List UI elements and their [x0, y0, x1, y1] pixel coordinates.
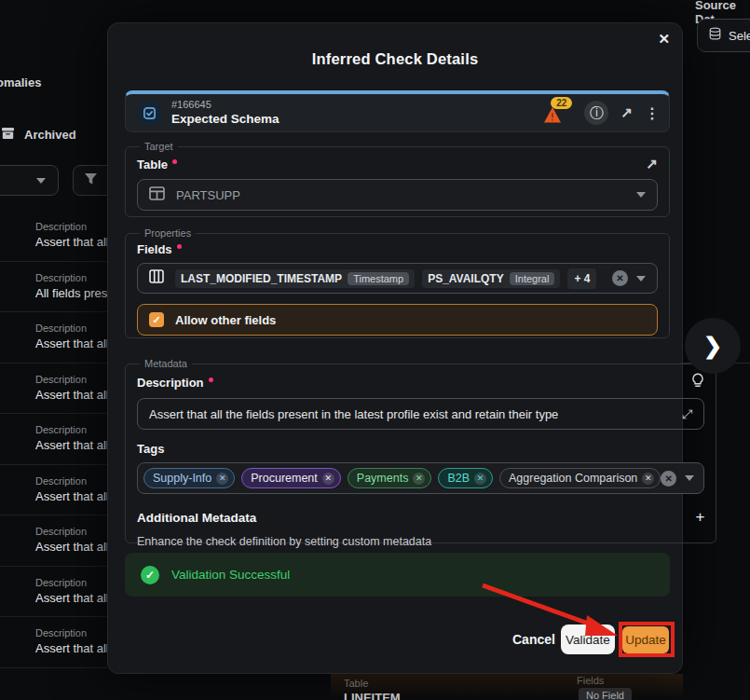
target-legend: Target: [140, 141, 178, 152]
columns-icon: [149, 269, 164, 287]
open-table-icon[interactable]: ↗: [646, 156, 658, 172]
check-name: Expected Schema: [171, 112, 280, 127]
properties-section: Properties Fields LAST_MODIFIED_TIMESTAM…: [125, 227, 670, 338]
required-dot: [172, 159, 177, 164]
add-metadata-icon[interactable]: +: [695, 508, 704, 527]
tag-chip[interactable]: Payments ✕: [348, 468, 432, 488]
tab-archived[interactable]: Archived: [2, 126, 76, 143]
chevron-down-icon: [36, 178, 46, 184]
tag-remove-icon[interactable]: ✕: [216, 473, 228, 485]
chevron-down-icon: [636, 192, 646, 198]
target-section: Target Table ↗ PARTSUPP: [125, 141, 670, 217]
source-select-button[interactable]: Sele: [697, 19, 750, 52]
modal-title: Inferred Check Details: [108, 50, 682, 68]
list-item[interactable]: Description Assert that all t: [0, 364, 107, 415]
check-type-icon: [137, 101, 162, 126]
tag-remove-icon[interactable]: ✕: [474, 473, 486, 485]
warning-triangle-icon: [543, 106, 562, 128]
table-select[interactable]: PARTSUPP: [137, 179, 658, 211]
alert-count-badge: 22: [551, 97, 572, 109]
table-label: Table: [137, 158, 168, 172]
description-input[interactable]: Assert that all the fields present in th…: [137, 398, 704, 430]
info-icon[interactable]: ⓘ: [584, 101, 608, 125]
list-item[interactable]: Description All fields presen: [0, 262, 107, 313]
source-select-label: Sele: [729, 29, 750, 43]
clear-icon[interactable]: ✕: [612, 270, 628, 286]
sort-dropdown[interactable]: [0, 165, 59, 196]
table-select-value: PARTSUPP: [176, 188, 240, 202]
lightbulb-icon[interactable]: [691, 373, 704, 391]
required-dot: [177, 244, 182, 249]
list-item[interactable]: Description test: [0, 668, 107, 675]
allow-other-fields-checkbox[interactable]: ✓: [149, 312, 164, 327]
allow-other-fields-panel: ✓ Allow other fields: [137, 304, 658, 336]
tag-chip[interactable]: Procurement ✕: [241, 468, 341, 488]
field-type-badge: Timestamp: [348, 272, 409, 285]
description-label: Description: [137, 376, 204, 390]
list-item[interactable]: Description Assert that all t: [0, 567, 107, 618]
more-fields-chip[interactable]: + 4: [567, 268, 596, 289]
open-in-new-icon[interactable]: ↗: [620, 104, 633, 121]
validation-banner: ✓ Validation Successful: [125, 553, 670, 597]
check-summary-card[interactable]: #166645 Expected Schema 22 ⓘ ↗ ⋮: [125, 90, 670, 132]
field-type-badge: Integral: [510, 272, 555, 285]
update-button[interactable]: Update: [622, 626, 669, 653]
list-item[interactable]: Description Assert that all t: [0, 211, 107, 262]
nav-heading: omalies: [0, 75, 41, 89]
check-id: #166645: [171, 99, 280, 111]
required-dot: [209, 377, 213, 382]
app-screen: Source Dat Sele omalies Archived: [0, 0, 750, 700]
kebab-menu-icon[interactable]: ⋮: [645, 104, 660, 122]
tag-chip[interactable]: Aggregation Comparison ✕: [499, 468, 661, 488]
tag-remove-icon[interactable]: ✕: [642, 473, 654, 485]
fields-label: Fields: [137, 242, 172, 256]
next-panel-button[interactable]: ❯: [685, 318, 741, 374]
chevron-down-icon: [636, 276, 646, 281]
cancel-button[interactable]: Cancel: [512, 632, 555, 647]
tag-remove-icon[interactable]: ✕: [322, 473, 334, 485]
chevron-down-icon: [685, 475, 694, 481]
tags-label: Tags: [137, 442, 704, 456]
allow-other-fields-label: Allow other fields: [175, 313, 276, 327]
chevron-right-icon: ❯: [703, 333, 722, 359]
validate-button[interactable]: Validate: [561, 625, 615, 654]
database-icon: [708, 27, 722, 44]
field-chip[interactable]: LAST_MODIFIED_TIMESTAMP Timestamp: [175, 269, 415, 288]
list-item[interactable]: Description Assert that all t: [0, 414, 107, 465]
clear-icon[interactable]: ✕: [661, 471, 676, 487]
inferred-check-details-modal: ✕ Inferred Check Details #166645 Expecte…: [107, 22, 683, 674]
tags-select[interactable]: Supply-Info ✕ Procurement ✕ Payments ✕ B…: [137, 462, 704, 494]
tab-archived-label: Archived: [24, 128, 76, 142]
validation-message: Validation Successful: [171, 568, 290, 582]
modal-bottom-glow: [331, 674, 683, 700]
expand-icon[interactable]: ⤢: [682, 406, 692, 422]
tag-remove-icon[interactable]: ✕: [413, 473, 425, 485]
archive-icon: [2, 126, 14, 143]
close-icon[interactable]: ✕: [658, 31, 670, 48]
list-item[interactable]: Description Assert that all t: [0, 312, 107, 364]
list-item[interactable]: Description Assert that all t: [0, 617, 107, 668]
table-grid-icon: [149, 186, 165, 204]
checks-list: Description Assert that all t Descriptio…: [0, 211, 107, 674]
list-item[interactable]: Description Assert that all t: [0, 515, 107, 567]
additional-metadata-label: Additional Metadata: [137, 511, 256, 525]
funnel-icon: [84, 172, 98, 189]
field-chip[interactable]: PS_AVAILQTY Integral: [422, 269, 560, 288]
properties-legend: Properties: [140, 227, 196, 239]
tag-chip[interactable]: Supply-Info ✕: [143, 468, 235, 488]
list-item[interactable]: Description Assert that all t: [0, 465, 107, 516]
description-value: Assert that all the fields present in th…: [149, 407, 558, 421]
additional-metadata-hint: Enhance the check definition by setting …: [137, 535, 704, 548]
tag-chip[interactable]: B2B ✕: [438, 468, 493, 488]
metadata-legend: Metadata: [140, 358, 192, 369]
anomaly-alert-button[interactable]: 22: [542, 99, 572, 127]
success-check-icon: ✓: [141, 566, 159, 584]
metadata-section: Metadata Description Assert that all the…: [125, 358, 716, 543]
fields-select[interactable]: LAST_MODIFIED_TIMESTAMP Timestamp PS_AVA…: [137, 263, 658, 294]
